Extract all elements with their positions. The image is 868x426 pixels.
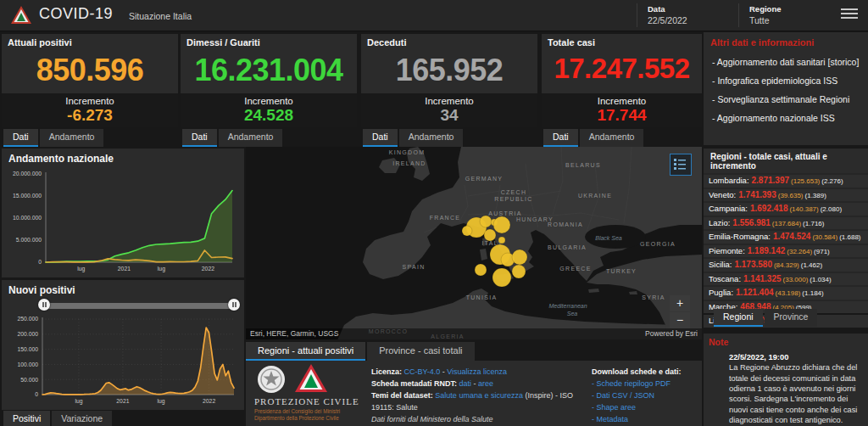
region-actual: (43.198)	[776, 289, 801, 297]
map-country-label: REPUBLIC	[494, 196, 532, 202]
download-shape-link[interactable]: - Shape aree	[592, 402, 698, 414]
cc-by-link[interactable]: CC-BY-4.0	[404, 367, 441, 376]
download-pdf-link[interactable]: - Schede riepilogo PDF	[592, 378, 698, 390]
republic-emblem-icon	[256, 364, 287, 395]
rndt-dati-link[interactable]: dati	[459, 379, 472, 388]
note-timestamp: 22/5/2022, 19:00	[729, 353, 788, 362]
svg-text:2021: 2021	[116, 398, 129, 404]
tab-andamento[interactable]: Andamento	[40, 129, 104, 147]
region-row-lazio[interactable]: Lazio:1.556.981(137.684)(1.716)	[704, 217, 868, 230]
region-actual: (33.000)	[783, 276, 809, 283]
region-actual: (30.584)	[812, 233, 837, 241]
slider-track[interactable]	[42, 303, 236, 309]
region-row-emilia-romagna[interactable]: Emilia-Romagna:1.474.524(30.584)(1.688)	[704, 231, 868, 244]
region-bubble[interactable]	[480, 216, 492, 227]
slider-handle-left[interactable]	[38, 299, 50, 311]
region-row-puglia[interactable]: Puglia:1.121.404(43.198)(1.184)	[704, 287, 868, 300]
andamento-nazionale-chart[interactable]: 05.000.00010.000.00015.000.00020.000.000…	[5, 167, 241, 274]
region-total: 1.189.142	[748, 246, 786, 255]
map-country-label: FRANCE	[430, 215, 461, 221]
increment-value: 24.528	[181, 106, 357, 125]
stat-tabs-deceduti: Dati Andamento	[363, 129, 463, 147]
region-total: 1.141.325	[743, 274, 782, 283]
map-attribution: Esri, HERE, Garmin, USGS	[250, 329, 338, 338]
region-actual: (32.264)	[787, 248, 812, 255]
download-metadata-link[interactable]: - Metadata	[592, 414, 698, 426]
tab-province[interactable]: Province	[765, 309, 818, 327]
svg-text:5.000.000: 5.000.000	[16, 237, 42, 243]
svg-text:50.000: 50.000	[20, 377, 38, 383]
salute-umana-link[interactable]: Salute umana e sicurezza	[435, 391, 523, 400]
visualizza-licenza-link[interactable]: Visualizza licenza	[447, 367, 507, 376]
tab-dati[interactable]: Dati	[3, 129, 38, 147]
map-canvas[interactable]: KINGDOMIRELANDGERMANYCZECHREPUBLICBELARU…	[246, 147, 702, 339]
map-country-label: GEORGIA	[640, 241, 676, 247]
tab-andamento[interactable]: Andamento	[219, 129, 283, 147]
header-regione-selector[interactable]: Regione Tutte	[738, 3, 831, 27]
svg-text:0: 0	[35, 391, 38, 397]
region-bubble[interactable]	[484, 229, 496, 241]
downloads-title: Download schede e dati:	[592, 367, 682, 376]
tab-dati[interactable]: Dati	[363, 129, 398, 147]
stat-label: Attuali positivi	[8, 37, 72, 48]
stat-label: Dimessi / Guariti	[186, 37, 260, 48]
zoom-out-button[interactable]: −	[670, 312, 690, 328]
info-panel: Altri dati e informazioni - Aggiornament…	[704, 32, 868, 145]
region-bubble[interactable]	[512, 265, 526, 278]
region-row-lombardia[interactable]: Lombardia:2.871.397(125.653)(2.276)	[704, 175, 868, 188]
tab-regioni[interactable]: Regioni	[714, 309, 763, 327]
tab-dati[interactable]: Dati	[543, 129, 578, 147]
region-row-piemonte[interactable]: Piemonte:1.189.142(32.264)(971)	[704, 245, 868, 258]
region-name: Lazio:	[709, 218, 730, 227]
menu-icon[interactable]	[841, 8, 858, 20]
region-total: 1.121.404	[736, 288, 774, 297]
region-bubble[interactable]	[512, 249, 527, 265]
tab-regioni-attuali-positivi[interactable]: Regioni - attuali positivi	[246, 342, 365, 361]
header-data-selector[interactable]: Data 22/5/2022	[637, 3, 741, 27]
svg-text:lug: lug	[158, 266, 165, 272]
protezione-civile-triangle-icon	[293, 362, 329, 395]
tab-variazione[interactable]: Variazione	[52, 411, 112, 426]
svg-text:150.000: 150.000	[17, 346, 38, 352]
time-range-slider[interactable]	[42, 300, 236, 311]
temi-label: Temi del dataset:	[371, 391, 435, 400]
nuovi-positivi-chart[interactable]: 050.000100.000150.000200.000250.000lug20…	[5, 316, 241, 406]
region-row-veneto[interactable]: Veneto:1.741.393(39.635)(1.389)	[704, 189, 868, 202]
svg-text:250.000: 250.000	[17, 316, 38, 322]
rndt-aree-link[interactable]: aree	[478, 379, 493, 388]
info-link-dati-sanitari[interactable]: - Aggiornamento dati sanitari [storico]	[712, 57, 861, 68]
map-country-label: GREECE	[559, 266, 591, 272]
info-link-aggiornamento-iss[interactable]: - Aggiornamento nazionale ISS	[712, 113, 861, 124]
region-bubble[interactable]	[462, 226, 472, 236]
license-row: Temi del dataset: Salute umana e sicurez…	[371, 390, 592, 414]
increment-value: -6.273	[2, 106, 178, 125]
region-row-campania[interactable]: Campania:1.692.418(140.387)(2.080)	[704, 203, 868, 216]
legend-icon[interactable]	[670, 154, 692, 176]
tab-andamento[interactable]: Andamento	[399, 129, 464, 147]
region-bubble[interactable]	[493, 216, 510, 233]
slider-handle-right[interactable]	[228, 299, 240, 311]
tab-province-casi-totali[interactable]: Province - casi totali	[367, 342, 474, 361]
region-bubble[interactable]	[492, 268, 511, 287]
map-country-label: SYRIA	[642, 294, 665, 300]
region-bubble[interactable]	[475, 264, 487, 276]
license-block: Licenza: CC-BY-4.0 - Visualizza licenza …	[371, 367, 592, 426]
region-row-toscana[interactable]: Toscana:1.141.325(33.000)(1.034)	[704, 273, 868, 286]
tab-positivi[interactable]: Positivi	[3, 411, 50, 426]
app-title: COVID-19	[39, 5, 113, 23]
zoom-in-button[interactable]: +	[670, 295, 690, 311]
info-link-infografica[interactable]: - Infografica epidemiologica ISS	[712, 76, 861, 87]
map-country-label: ROMANIA	[548, 221, 583, 227]
stat-value: 165.952	[361, 53, 537, 88]
region-row-sicilia[interactable]: Sicilia:1.173.580(84.329)(1.462)	[704, 259, 868, 272]
tab-andamento[interactable]: Andamento	[580, 129, 644, 147]
chart-title: Nuovi positivi	[8, 284, 75, 296]
region-bubble[interactable]	[498, 237, 505, 244]
protezione-civile-logo-icon	[10, 5, 32, 25]
stat-label: Deceduti	[367, 37, 406, 48]
download-csv-json-link[interactable]: - Dati CSV / JSON	[592, 390, 698, 402]
region-total: 1.173.580	[734, 260, 772, 269]
tab-dati[interactable]: Dati	[182, 129, 217, 147]
info-link-sorveglianza[interactable]: - Sorveglianza settimanale Regioni	[712, 94, 861, 105]
europe-map[interactable]: KINGDOMIRELANDGERMANYCZECHREPUBLICBELARU…	[246, 147, 702, 339]
